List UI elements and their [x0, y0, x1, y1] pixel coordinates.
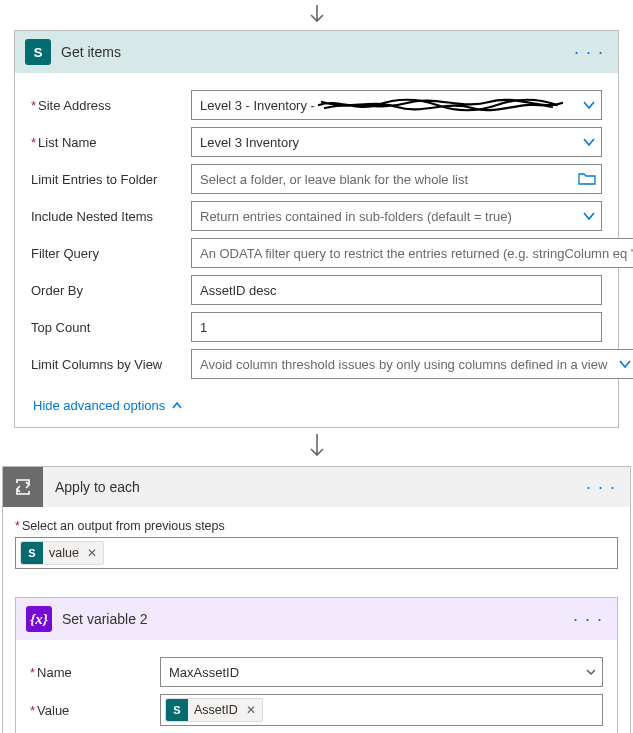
- label-limitcols: Limit Columns by View: [31, 357, 162, 372]
- chevron-down-icon[interactable]: [582, 98, 596, 112]
- row-limitcols: Limit Columns by View Avoid column thres…: [31, 349, 602, 379]
- label-limit-folder: Limit Entries to Folder: [31, 172, 157, 187]
- flow-arrow-mid: [0, 428, 633, 466]
- row-list-name: *List Name Level 3 Inventory: [31, 127, 602, 157]
- variable-icon: {x}: [26, 606, 52, 632]
- set-variable-header[interactable]: {x} Set variable 2 · · ·: [16, 598, 617, 640]
- var-value-input[interactable]: S AssetID ✕: [160, 694, 603, 726]
- get-items-card: S Get items · · · *Site Address Level 3 …: [14, 30, 619, 428]
- get-items-menu-button[interactable]: · · ·: [570, 42, 608, 63]
- chevron-down-icon[interactable]: [618, 357, 632, 371]
- label-filter: Filter Query: [31, 246, 99, 261]
- redacted-scribble: [317, 96, 567, 114]
- control-loop-icon: [3, 467, 43, 507]
- label-orderby: Order By: [31, 283, 83, 298]
- token-remove-icon[interactable]: ✕: [246, 703, 256, 717]
- select-output-input[interactable]: S value ✕: [15, 537, 618, 569]
- topcount-input[interactable]: 1: [191, 312, 602, 342]
- label-nested: Include Nested Items: [31, 209, 153, 224]
- token-assetid[interactable]: S AssetID ✕: [165, 698, 263, 722]
- nested-input[interactable]: Return entries contained in sub-folders …: [191, 201, 602, 231]
- token-remove-icon[interactable]: ✕: [87, 546, 97, 560]
- label-site-address: Site Address: [38, 98, 111, 113]
- row-var-value: *Value S AssetID ✕: [30, 694, 603, 726]
- row-topcount: Top Count 1: [31, 312, 602, 342]
- row-orderby: Order By AssetID desc: [31, 275, 602, 305]
- token-value[interactable]: S value ✕: [20, 541, 104, 565]
- get-items-header[interactable]: S Get items · · ·: [15, 31, 618, 73]
- label-topcount: Top Count: [31, 320, 90, 335]
- row-nested: Include Nested Items Return entries cont…: [31, 201, 602, 231]
- apply-to-each-body: *Select an output from previous steps S …: [3, 507, 630, 733]
- row-var-name: *Name MaxAssetID: [30, 657, 603, 687]
- apply-to-each-title: Apply to each: [55, 479, 582, 495]
- folder-picker-icon[interactable]: [578, 172, 596, 186]
- set-variable-card: {x} Set variable 2 · · · *Name MaxAssetI…: [15, 597, 618, 733]
- hide-advanced-link[interactable]: Hide advanced options: [33, 398, 183, 413]
- chevron-down-icon[interactable]: [585, 666, 597, 678]
- chevron-down-icon[interactable]: [582, 135, 596, 149]
- site-address-input[interactable]: Level 3 - Inventory -: [191, 90, 602, 120]
- get-items-title: Get items: [61, 44, 560, 60]
- row-site-address: *Site Address Level 3 - Inventory -: [31, 90, 602, 120]
- label-var-value: Value: [37, 703, 69, 718]
- apply-to-each-menu-button[interactable]: · · ·: [582, 477, 620, 498]
- apply-to-each-header[interactable]: Apply to each · · ·: [3, 467, 630, 507]
- list-name-input[interactable]: Level 3 Inventory: [191, 127, 602, 157]
- get-items-body: *Site Address Level 3 - Inventory - *Lis…: [15, 73, 618, 427]
- row-limit-folder: Limit Entries to Folder Select a folder,…: [31, 164, 602, 194]
- var-name-select[interactable]: MaxAssetID: [160, 657, 603, 687]
- filter-input[interactable]: An ODATA filter query to restrict the en…: [191, 238, 633, 268]
- row-filter: Filter Query An ODATA filter query to re…: [31, 238, 602, 268]
- label-list-name: List Name: [38, 135, 97, 150]
- set-variable-title: Set variable 2: [62, 611, 559, 627]
- set-variable-menu-button[interactable]: · · ·: [569, 609, 607, 630]
- token-label: AssetID: [194, 703, 238, 717]
- label-var-name: Name: [37, 665, 72, 680]
- token-label: value: [49, 546, 79, 560]
- apply-to-each-card: Apply to each · · · *Select an output fr…: [2, 466, 631, 733]
- flow-arrow-top: [0, 0, 633, 30]
- sharepoint-icon: S: [21, 542, 43, 564]
- limitcols-input[interactable]: Avoid column threshold issues by only us…: [191, 349, 633, 379]
- chevron-up-icon: [171, 400, 183, 412]
- limit-folder-input[interactable]: Select a folder, or leave blank for the …: [191, 164, 602, 194]
- set-variable-body: *Name MaxAssetID *Value S: [16, 640, 617, 733]
- orderby-input[interactable]: AssetID desc: [191, 275, 602, 305]
- chevron-down-icon[interactable]: [582, 209, 596, 223]
- select-output-label: Select an output from previous steps: [22, 519, 225, 533]
- sharepoint-icon: S: [166, 699, 188, 721]
- sharepoint-icon: S: [25, 39, 51, 65]
